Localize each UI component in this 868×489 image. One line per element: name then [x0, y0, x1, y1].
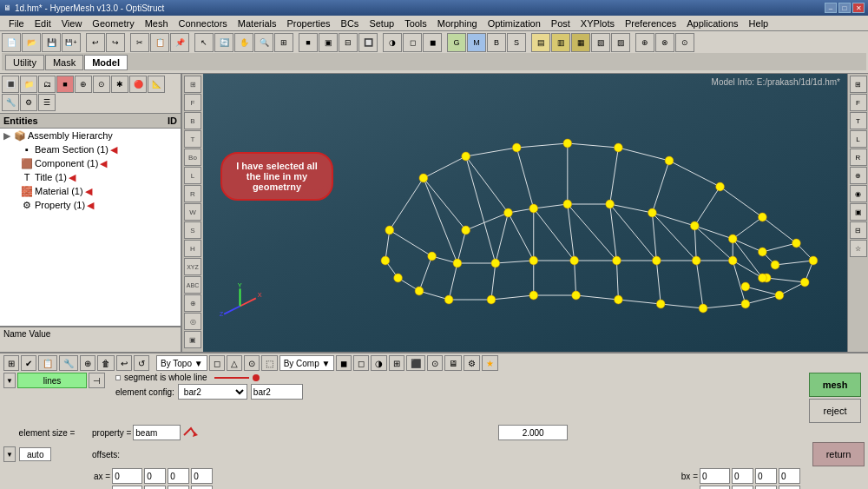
sidebar-tb-1[interactable]: 🔳 — [2, 76, 19, 93]
bt-tb6[interactable]: 🗑 — [97, 355, 115, 371]
bt-settings[interactable]: ⚙ — [464, 355, 480, 371]
tab-model[interactable]: Model — [84, 55, 128, 70]
lines-dropdown-arrow[interactable]: ▼ — [3, 373, 16, 388]
bt-sel4[interactable]: ⬚ — [261, 355, 278, 371]
ax-x[interactable] — [144, 468, 166, 484]
by-z[interactable] — [779, 486, 800, 489]
lv-left[interactable]: L — [184, 167, 201, 184]
menu-properties[interactable]: Properties — [281, 16, 335, 30]
bt-sel1[interactable]: ◻ — [209, 355, 225, 371]
menu-help[interactable]: Help — [744, 16, 774, 30]
by-y[interactable] — [755, 486, 777, 489]
menu-view[interactable]: View — [56, 16, 88, 30]
sidebar-tb-9[interactable]: 📐 — [148, 76, 165, 93]
sidebar-tb-11[interactable]: ⚙ — [20, 94, 37, 111]
tb-save[interactable]: 💾 — [42, 33, 61, 52]
by-topo-selector[interactable]: By Topo ▼ — [156, 355, 207, 371]
lv-iso[interactable]: ⊞ — [184, 76, 201, 93]
tb-shading[interactable]: ◑ — [383, 33, 402, 52]
rv-9[interactable]: ⊟ — [850, 221, 867, 239]
auto-dropdown[interactable]: ▼ — [3, 446, 16, 462]
lv-shade[interactable]: S — [184, 221, 201, 239]
menu-geometry[interactable]: Geometry — [87, 16, 139, 30]
bt-star[interactable]: ★ — [482, 355, 498, 371]
tb-pan[interactable]: ✋ — [234, 33, 253, 52]
menu-bcs[interactable]: BCs — [336, 16, 365, 30]
tb-select[interactable]: ↖ — [194, 33, 214, 52]
lv-wire[interactable]: W — [184, 203, 201, 221]
rv-8[interactable]: ▣ — [850, 203, 867, 221]
lv-front[interactable]: F — [184, 94, 201, 111]
bt-tb5[interactable]: ⊕ — [80, 355, 95, 371]
menu-mesh[interactable]: Mesh — [140, 16, 174, 30]
menu-optimization[interactable]: Optimization — [483, 16, 546, 30]
lv-top[interactable]: T — [184, 130, 201, 148]
lv-hidden2[interactable]: H — [184, 240, 201, 257]
minimize-button[interactable]: – — [825, 3, 837, 13]
tb-paste[interactable]: 📌 — [170, 33, 189, 52]
rv-10[interactable]: ☆ — [850, 240, 867, 257]
tb-view3[interactable]: ⊟ — [339, 33, 358, 52]
maximize-button[interactable]: □ — [838, 3, 851, 13]
by-comp-selector[interactable]: By Comp ▼ — [279, 355, 335, 371]
tb-comp2[interactable]: ▥ — [551, 33, 570, 52]
lines-selector[interactable]: lines — [17, 373, 87, 388]
lv-right[interactable]: R — [184, 185, 201, 202]
menu-morphing[interactable]: Morphing — [432, 16, 483, 30]
reject-button[interactable]: reject — [809, 399, 861, 423]
close-button[interactable]: ✕ — [852, 3, 865, 13]
tab-utility[interactable]: Utility — [5, 55, 44, 70]
tb-cut[interactable]: ✂ — [130, 33, 149, 52]
sidebar-tb-7[interactable]: ✱ — [111, 76, 128, 93]
bt-tb4[interactable]: 🔧 — [59, 355, 78, 371]
auto-selector[interactable]: auto — [19, 447, 51, 461]
return-button[interactable]: return — [812, 442, 865, 466]
sidebar-tb-2[interactable]: 📁 — [20, 76, 37, 93]
bt-disp1[interactable]: ◼ — [336, 355, 352, 371]
rv-3[interactable]: T — [850, 112, 867, 129]
entity-beam[interactable]: ▪ Beam Section (1) ◀ — [0, 142, 181, 156]
rv-5[interactable]: R — [850, 149, 867, 166]
lv-abc[interactable]: ABC — [184, 276, 201, 294]
menu-materials[interactable]: Materials — [233, 16, 282, 30]
ay-input[interactable] — [112, 486, 142, 489]
menu-connectors[interactable]: Connectors — [174, 16, 233, 30]
element-config-input[interactable] — [251, 384, 303, 400]
tb-mesh-b[interactable]: M — [467, 33, 486, 52]
tb-extra3[interactable]: ⊙ — [675, 33, 694, 52]
lv-back[interactable]: B — [184, 112, 201, 129]
menu-edit[interactable]: Edit — [30, 16, 56, 30]
menu-xyplots[interactable]: XYPlots — [575, 16, 620, 30]
bt-sel3[interactable]: ⊙ — [244, 355, 260, 371]
entity-title[interactable]: T Title (1) ◀ — [0, 170, 181, 184]
tb-hidden[interactable]: ◼ — [423, 33, 442, 52]
menu-file[interactable]: File — [3, 16, 30, 30]
tb-view1[interactable]: ■ — [299, 33, 318, 52]
rv-2[interactable]: F — [850, 94, 867, 111]
element-config-select[interactable]: bar2 — [178, 384, 247, 400]
tab-mask[interactable]: Mask — [45, 55, 83, 70]
tb-comp3[interactable]: ▦ — [571, 33, 590, 52]
bx-input[interactable] — [700, 468, 730, 484]
sidebar-tb-10[interactable]: 🔧 — [2, 94, 19, 111]
tb-extra2[interactable]: ⊗ — [655, 33, 674, 52]
tb-new[interactable]: 📄 — [2, 33, 21, 52]
sidebar-tb-5[interactable]: ⊕ — [75, 76, 92, 93]
ax-y[interactable] — [168, 468, 189, 484]
entity-material[interactable]: 🧱 Material (1) ◀ — [0, 184, 181, 198]
sidebar-tb-6[interactable]: ⊙ — [93, 76, 110, 93]
tb-comp4[interactable]: ▧ — [591, 33, 610, 52]
bt-tb7[interactable]: ↩ — [116, 355, 132, 371]
bx-z[interactable] — [779, 468, 800, 484]
by-x[interactable] — [732, 486, 753, 489]
bx-x[interactable] — [732, 468, 753, 484]
tb-open[interactable]: 📂 — [22, 33, 41, 52]
sidebar-tb-8[interactable]: 🔴 — [129, 76, 147, 93]
rv-1[interactable]: ⊞ — [850, 76, 867, 93]
lines-end-btn[interactable]: ⊣ — [89, 373, 105, 388]
rv-7[interactable]: ◉ — [850, 185, 867, 202]
bt-tb8[interactable]: ↺ — [134, 355, 149, 371]
tb-geom[interactable]: G — [447, 33, 466, 52]
ax-z[interactable] — [191, 468, 213, 484]
element-size-value[interactable] — [498, 425, 568, 440]
